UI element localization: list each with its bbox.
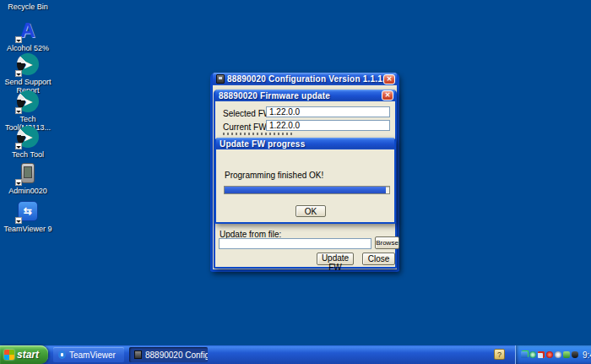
- dialog-close-button[interactable]: Close: [362, 253, 395, 265]
- desktop-icon-recycle-bin[interactable]: Recycle Bin: [2, 0, 54, 11]
- desktop: Recycle Bin A Alcohol 52% ➤ Send Support…: [0, 0, 591, 364]
- desktop-icon-teamviewer9[interactable]: ⇆ TeamViewer 9: [2, 199, 54, 233]
- obscured-text: [223, 133, 295, 135]
- desktop-icon-alcohol[interactable]: A Alcohol 52%: [2, 19, 54, 52]
- update-status-icon[interactable]: [555, 351, 561, 358]
- desktop-icon-admin0020[interactable]: Admin0020: [2, 161, 54, 195]
- desktop-icon-send-support-report[interactable]: ➤ Send Support Report: [2, 52, 54, 95]
- send-support-report-icon: ➤: [16, 52, 40, 76]
- recycle-bin-icon: [16, 0, 40, 1]
- start-label: start: [17, 349, 39, 361]
- task-label: 88890020 Configurati...: [145, 350, 208, 360]
- desktop-icon-label: Alcohol 52%: [7, 44, 49, 52]
- system-tray: 9:4: [515, 345, 591, 364]
- progress-dialog: Update FW progress Programming finished …: [214, 138, 396, 224]
- safely-remove-icon[interactable]: [563, 351, 570, 358]
- current-fw-label: Current FW: [223, 122, 267, 132]
- current-fw-field[interactable]: [266, 120, 390, 131]
- progress-bar-fill: [225, 187, 386, 193]
- progress-dialog-title: Update FW progress: [220, 139, 393, 149]
- desktop-icon-label: TeamViewer 9: [4, 225, 52, 233]
- firmware-dialog-title: 88890020 Firmware update: [219, 91, 382, 101]
- teamviewer-task-icon: [58, 350, 66, 359]
- shortcut-arrow-icon: [15, 36, 22, 43]
- network-activity-icon[interactable]: [521, 351, 528, 358]
- task-label: TeamViewer: [69, 350, 116, 360]
- progress-bar: [224, 186, 390, 194]
- shortcut-arrow-icon: [15, 70, 22, 77]
- alcohol-icon: A: [16, 19, 40, 42]
- desktop-icon-tech-tool[interactable]: ➤ Tech Tool: [2, 125, 54, 159]
- taskbar-task-teamviewer[interactable]: TeamViewer: [53, 347, 124, 362]
- progress-dialog-titlebar[interactable]: Update FW progress: [216, 138, 394, 149]
- close-icon[interactable]: ✕: [383, 74, 395, 84]
- tech-tool-icon: ➤: [16, 125, 40, 149]
- selected-fw-field[interactable]: [266, 106, 390, 117]
- security-alert-icon[interactable]: [546, 351, 553, 358]
- device-icon: [16, 161, 40, 185]
- update-file-input[interactable]: [219, 238, 371, 249]
- browse-button[interactable]: Browse: [375, 236, 399, 249]
- desktop-icon-label: Admin0020: [8, 187, 47, 195]
- start-button[interactable]: start: [0, 345, 48, 364]
- taskbar: start TeamViewer 88890020 Configurati...…: [0, 345, 591, 364]
- windows-flag-icon: [4, 350, 14, 360]
- firmware-dialog-titlebar[interactable]: 88890020 Firmware update ✕: [215, 90, 395, 101]
- shortcut-arrow-icon: [15, 143, 22, 149]
- desktop-icon-label: Tech Tool: [12, 150, 44, 159]
- network-error-icon[interactable]: [538, 351, 545, 358]
- config-window-titlebar[interactable]: 88890020 Configuration Version 1.1.1.0 ✕: [213, 73, 397, 85]
- ok-button[interactable]: OK: [296, 205, 326, 217]
- mouse-icon[interactable]: [572, 351, 578, 358]
- shortcut-arrow-icon: [15, 217, 22, 224]
- shortcut-arrow-icon: [15, 179, 22, 186]
- close-icon[interactable]: ✕: [382, 90, 393, 101]
- progress-message: Programming finished OK!: [225, 171, 323, 180]
- taskbar-clock[interactable]: 9:4: [583, 350, 591, 360]
- taskbar-task-configuration[interactable]: 88890020 Configurati...: [129, 347, 208, 362]
- shortcut-arrow-icon: [15, 107, 22, 114]
- notification-icon[interactable]: ?: [494, 349, 505, 360]
- config-task-icon: [134, 350, 142, 359]
- update-fw-button[interactable]: Update FW: [317, 253, 354, 265]
- tech-tool-icon: ➤: [16, 90, 40, 113]
- app-icon: [216, 74, 225, 84]
- teamviewer-icon: ⇆: [16, 199, 40, 223]
- audio-icon[interactable]: [529, 351, 536, 358]
- config-window-title: 88890020 Configuration Version 1.1.1.0: [227, 74, 383, 84]
- desktop-icon-label: Recycle Bin: [8, 3, 48, 11]
